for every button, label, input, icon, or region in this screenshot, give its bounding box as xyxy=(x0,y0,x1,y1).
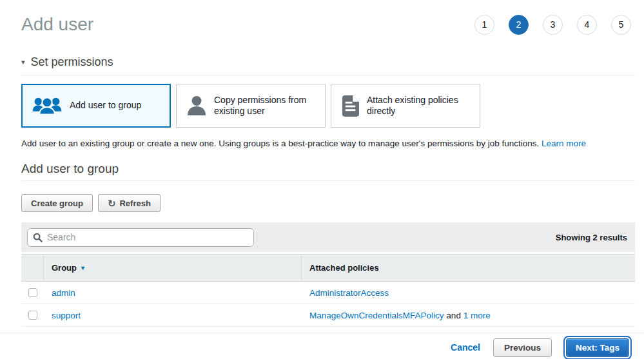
set-permissions-title: Set permissions xyxy=(31,55,113,69)
step-indicator-3: 3 xyxy=(543,15,563,35)
permissions-description: Add user to an existing group or create … xyxy=(21,139,635,148)
policy-link[interactable]: ManageOwnCredentialsMFAPolicy xyxy=(309,311,444,320)
row-checkbox[interactable] xyxy=(28,311,37,320)
search-icon xyxy=(33,233,43,244)
policy-link[interactable]: AdministratorAccess xyxy=(309,288,389,298)
divider xyxy=(21,180,635,181)
description-text: Add user to an existing group or create … xyxy=(21,139,539,148)
row-checkbox-cell xyxy=(21,282,44,304)
row-checkbox[interactable] xyxy=(28,288,37,297)
policy-document-icon xyxy=(342,95,359,117)
group-link[interactable]: admin xyxy=(52,288,75,298)
more-policies-link[interactable]: 1 more xyxy=(463,311,491,320)
page: Add user 1 2 3 4 5 ▾ Set permissions xyxy=(0,10,644,327)
sort-desc-icon: ▾ xyxy=(81,264,84,271)
page-title: Add user xyxy=(21,14,93,35)
group-cell: admin xyxy=(44,282,302,304)
page-header: Add user 1 2 3 4 5 xyxy=(21,10,635,39)
card-copy-permissions[interactable]: Copy permissions from existing user xyxy=(176,84,326,128)
table-header-row: Group ▾ Attached policies xyxy=(21,254,635,282)
column-header-attached-policies: Attached policies xyxy=(302,255,635,281)
previous-button[interactable]: Previous xyxy=(493,338,552,357)
step-indicator-2-active: 2 xyxy=(509,15,529,35)
refresh-icon: ↻ xyxy=(108,199,116,208)
search-input[interactable] xyxy=(27,228,254,247)
chevron-down-icon: ▾ xyxy=(21,58,25,66)
column-label: Attached policies xyxy=(309,263,379,273)
table-row-support: support ManageOwnCredentialsMFAPolicy an… xyxy=(21,304,635,327)
user-group-icon xyxy=(32,95,62,116)
groups-table: Group ▾ Attached policies admin Administ… xyxy=(21,254,635,327)
step-indicator-5: 5 xyxy=(611,15,631,35)
refresh-label: Refresh xyxy=(119,199,150,208)
results-count: Showing 2 results xyxy=(556,233,627,242)
wizard-footer: Cancel Previous Next: Tags xyxy=(0,333,644,359)
card-label: Copy permissions from existing user xyxy=(214,95,318,117)
user-icon xyxy=(187,95,206,116)
card-add-user-to-group[interactable]: Add user to group xyxy=(21,84,171,128)
create-group-button[interactable]: Create group xyxy=(21,194,93,212)
group-cell: support xyxy=(44,304,302,326)
policies-cell: ManageOwnCredentialsMFAPolicy and 1 more xyxy=(302,304,635,326)
wizard-steps: 1 2 3 4 5 xyxy=(474,15,631,35)
column-header-group[interactable]: Group ▾ xyxy=(44,255,302,281)
group-link[interactable]: support xyxy=(52,311,81,320)
table-toolbar: Showing 2 results xyxy=(21,222,635,252)
column-label: Group xyxy=(52,263,77,273)
step-indicator-1: 1 xyxy=(474,15,494,35)
table-row-admin: admin AdministratorAccess xyxy=(21,282,635,304)
divider xyxy=(21,75,635,75)
cancel-link[interactable]: Cancel xyxy=(451,342,480,353)
policy-connector: and xyxy=(446,311,461,320)
header-checkbox-cell xyxy=(21,255,44,281)
set-permissions-header[interactable]: ▾ Set permissions xyxy=(21,55,635,69)
group-actions: Create group ↻ Refresh xyxy=(21,194,635,212)
next-tags-button[interactable]: Next: Tags xyxy=(566,338,629,357)
row-checkbox-cell xyxy=(21,304,44,326)
policies-cell: AdministratorAccess xyxy=(302,282,635,304)
search-box xyxy=(27,228,254,247)
learn-more-link[interactable]: Learn more xyxy=(542,139,586,148)
permission-cards: Add user to group Copy permissions from … xyxy=(21,84,635,128)
refresh-button[interactable]: ↻ Refresh xyxy=(98,194,161,212)
card-label: Add user to group xyxy=(70,100,141,112)
card-label: Attach existing policies directly xyxy=(367,95,473,117)
group-section-title: Add user to group xyxy=(21,162,635,176)
card-attach-policies[interactable]: Attach existing policies directly xyxy=(331,84,480,128)
step-indicator-4: 4 xyxy=(577,15,597,35)
